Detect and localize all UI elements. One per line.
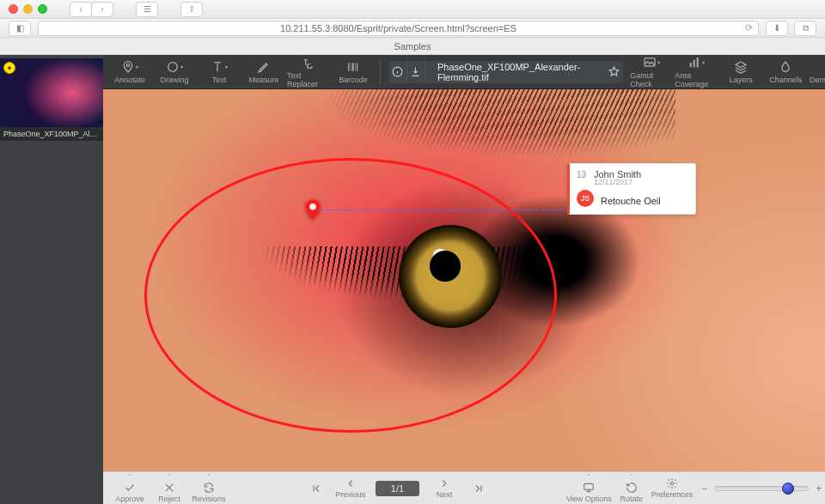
tool-layers[interactable]: Layers: [719, 55, 762, 89]
plus-icon[interactable]: +: [816, 483, 822, 495]
chevron-up-icon: ˄: [168, 473, 171, 481]
droplet-icon: [779, 60, 792, 74]
tool-area-coverage[interactable]: ▾ Area Coverage: [675, 55, 718, 89]
close-window-icon[interactable]: [9, 4, 18, 14]
tool-gamut-check[interactable]: ▾ Gamut Check: [630, 55, 673, 89]
svg-rect-5: [355, 63, 356, 70]
btn-label: Previous: [335, 490, 365, 499]
download-button[interactable]: [407, 61, 425, 83]
tool-annotate[interactable]: ▾ Annotate: [108, 55, 151, 89]
rotate-button[interactable]: ˄ Rotate: [612, 473, 651, 503]
chevron-up-icon: ˄: [630, 473, 633, 481]
annotation-pin[interactable]: [304, 199, 321, 225]
tool-label: Annotate: [114, 76, 145, 84]
svg-rect-6: [357, 63, 358, 70]
view-options-button[interactable]: ˄ View Options: [566, 473, 612, 503]
tool-label: Densitometr: [810, 76, 825, 84]
sidebar-toggle-button[interactable]: ☰: [136, 2, 158, 17]
forward-button[interactable]: ›: [91, 2, 113, 17]
status-badge-icon: ●: [3, 62, 15, 74]
svg-rect-4: [352, 63, 354, 70]
annotation-note[interactable]: 13 John Smith 12/11/2017 JS Retouche Oei…: [567, 163, 696, 215]
tool-label: Layers: [730, 76, 753, 84]
image-canvas[interactable]: 13 John Smith 12/11/2017 JS Retouche Oei…: [103, 89, 825, 471]
url-text: 10.211.55.3:8080/Esprit/private/Screen.h…: [280, 23, 516, 33]
first-page-button[interactable]: [302, 483, 331, 495]
x-icon: [163, 482, 175, 494]
check-icon: [124, 482, 136, 494]
tool-measure[interactable]: Measure: [242, 55, 285, 89]
tool-drawing[interactable]: ▾ Drawing: [153, 55, 196, 89]
zoom-slider[interactable]: [714, 486, 809, 491]
thumbnail-item[interactable]: ● PhaseOne_XF100MP_Alexander-Fle...: [0, 58, 103, 141]
btn-label: Approve: [115, 495, 144, 503]
text-icon: [211, 60, 224, 74]
tool-text[interactable]: ▾ Text: [198, 55, 241, 89]
tool-label: Text: [212, 76, 227, 84]
svg-rect-11: [697, 58, 699, 67]
svg-rect-3: [351, 63, 351, 70]
last-page-button[interactable]: [464, 483, 493, 495]
svg-rect-13: [584, 483, 594, 489]
active-tab-title: Samples: [394, 41, 431, 52]
svg-point-0: [126, 64, 129, 66]
layers-icon: [734, 60, 748, 74]
toolbar-divider: [380, 60, 381, 84]
chart-bar-icon: [688, 56, 701, 70]
annotation-ellipse[interactable]: [144, 158, 557, 433]
tool-label: Area Coverage: [675, 71, 718, 88]
chevron-up-icon: ˄: [128, 473, 131, 481]
minimize-window-icon[interactable]: [23, 4, 33, 14]
tool-label: Gamut Check: [630, 71, 673, 88]
rotate-icon: [626, 482, 638, 494]
map-pin-icon: [121, 60, 135, 74]
previous-page-button[interactable]: Previous: [331, 477, 370, 499]
map-pin-icon: [304, 199, 321, 222]
share-button[interactable]: ⇪: [180, 2, 203, 17]
tabs-button[interactable]: ⧉: [794, 21, 816, 36]
chevron-left-icon: [345, 477, 357, 489]
reject-button[interactable]: ˄ Reject: [150, 473, 189, 503]
reader-button[interactable]: ◧: [9, 21, 31, 36]
svg-point-14: [670, 482, 674, 485]
page-indicator[interactable]: 1/1: [376, 481, 419, 496]
downloads-button[interactable]: ⬇: [766, 21, 788, 36]
first-icon: [310, 483, 322, 495]
thumbnails-panel: ● PhaseOne_XF100MP_Alexander-Fle...: [0, 55, 103, 504]
app-viewport: ● PhaseOne_XF100MP_Alexander-Fle... ▾ An…: [0, 55, 825, 504]
thumbnail-image: ●: [0, 58, 103, 127]
preferences-button[interactable]: Preferences: [651, 477, 694, 499]
revisions-button[interactable]: ˄ Revisions: [189, 473, 229, 503]
info-button[interactable]: [389, 61, 407, 83]
minus-icon[interactable]: −: [701, 483, 707, 495]
btn-label: View Options: [566, 495, 612, 503]
window-controls[interactable]: [9, 4, 47, 14]
refresh-icon: [203, 482, 215, 494]
file-info-pill: PhaseOne_XF100MP_Alexander-Flemming.tif: [389, 61, 624, 83]
note-number: 13: [577, 170, 589, 179]
chevron-right-icon: [438, 477, 450, 489]
main-area: ▾ Annotate ▾ Drawing ▾ Text Measure Text…: [103, 55, 825, 504]
chevron-up-icon: ˄: [587, 473, 590, 481]
favorite-button[interactable]: [605, 66, 623, 77]
circle-icon: [166, 60, 180, 74]
tool-densitometer[interactable]: Densitometr: [809, 55, 825, 89]
btn-label: Preferences: [651, 490, 694, 499]
image-icon: [643, 56, 657, 70]
tool-text-replacer[interactable]: Text Replacer: [287, 55, 330, 89]
reload-icon[interactable]: ⟳: [745, 22, 753, 33]
pencil-icon: [257, 60, 271, 74]
zoom-slider-thumb[interactable]: [782, 483, 794, 495]
tool-channels[interactable]: Channels: [764, 55, 807, 89]
next-page-button[interactable]: Next: [425, 477, 464, 499]
approve-button[interactable]: ˄ Approve: [110, 473, 150, 503]
tool-barcode[interactable]: Barcode: [332, 55, 375, 89]
pager: Previous 1/1 Next: [302, 477, 493, 499]
back-button[interactable]: ‹: [70, 2, 92, 17]
zoom-window-icon[interactable]: [38, 4, 47, 14]
chevron-up-icon: ˄: [207, 473, 211, 481]
btn-label: Next: [437, 490, 453, 499]
tab-strip[interactable]: Samples: [0, 38, 825, 55]
btn-label: Rotate: [620, 495, 644, 503]
url-field[interactable]: 10.211.55.3:8080/Esprit/private/Screen.h…: [38, 21, 759, 36]
